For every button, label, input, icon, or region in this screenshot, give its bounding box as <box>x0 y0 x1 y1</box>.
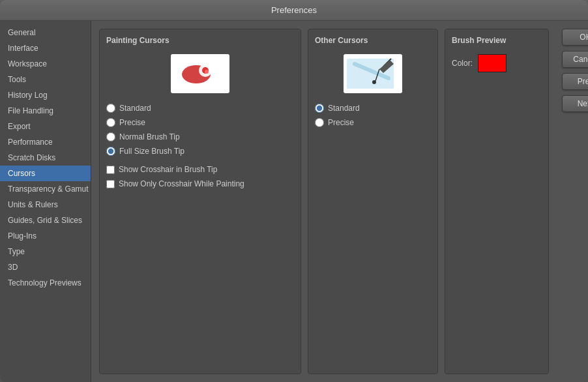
other-cursor-preview-svg <box>344 55 402 93</box>
sidebar-item-export[interactable]: Export <box>0 119 91 134</box>
sidebar-item-3d[interactable]: 3D <box>0 259 91 275</box>
oc-standard-item[interactable]: Standard <box>315 104 431 113</box>
pc-show-crosshair-checkbox[interactable] <box>106 166 115 174</box>
painting-cursors-panel: Painting Cursors Standard <box>99 29 301 374</box>
sidebar-item-guides-grid-slices[interactable]: Guides, Grid & Slices <box>0 213 91 228</box>
sidebar-item-file-handling[interactable]: File Handling <box>0 103 91 119</box>
pc-full-size-brush-tip-radio[interactable] <box>106 147 115 156</box>
pc-standard-label[interactable]: Standard <box>119 104 151 113</box>
painting-cursors-radio-group: Standard Precise Normal Brush Tip Full S… <box>106 104 294 156</box>
pc-show-only-crosshair-label[interactable]: Show Only Crosshair While Painting <box>119 179 244 188</box>
pc-show-crosshair-label[interactable]: Show Crosshair in Brush Tip <box>119 165 217 174</box>
oc-standard-radio[interactable] <box>315 104 324 113</box>
color-label: Color: <box>452 59 473 68</box>
sidebar-item-scratch-disks[interactable]: Scratch Disks <box>0 150 91 166</box>
other-cursors-radio-group: Standard Precise <box>315 104 431 127</box>
pc-precise-item[interactable]: Precise <box>106 118 294 127</box>
dialog-body: GeneralInterfaceWorkspaceToolsHistory Lo… <box>0 21 588 382</box>
sidebar-item-workspace[interactable]: Workspace <box>0 56 91 72</box>
title-bar: Preferences <box>0 0 588 21</box>
sidebar-item-type[interactable]: Type <box>0 244 91 259</box>
sidebar-item-transparency-gamut[interactable]: Transparency & Gamut <box>0 181 91 197</box>
color-swatch[interactable] <box>478 54 507 72</box>
sidebar-item-tools[interactable]: Tools <box>0 72 91 87</box>
main-content: Painting Cursors Standard <box>91 21 557 382</box>
dialog-title: Preferences <box>271 5 317 15</box>
pc-show-only-crosshair-item[interactable]: Show Only Crosshair While Painting <box>106 179 294 188</box>
oc-precise-radio[interactable] <box>315 118 324 127</box>
svg-point-3 <box>205 70 209 74</box>
brush-preview-color-row: Color: <box>452 54 542 72</box>
painting-cursors-checkbox-group: Show Crosshair in Brush Tip Show Only Cr… <box>106 165 294 188</box>
sidebar-item-history-log[interactable]: History Log <box>0 87 91 103</box>
pc-standard-radio[interactable] <box>106 104 115 113</box>
oc-precise-label[interactable]: Precise <box>328 118 354 127</box>
sidebar-item-technology-previews[interactable]: Technology Previews <box>0 275 91 291</box>
ok-button[interactable]: OK <box>562 29 588 46</box>
pc-precise-label[interactable]: Precise <box>119 118 145 127</box>
brush-preview-panel: Brush Preview Color: <box>445 29 549 374</box>
other-cursors-title: Other Cursors <box>315 36 431 45</box>
pc-show-crosshair-item[interactable]: Show Crosshair in Brush Tip <box>106 165 294 174</box>
pc-show-only-crosshair-checkbox[interactable] <box>106 180 115 188</box>
sidebar-item-units-rulers[interactable]: Units & Rulers <box>0 197 91 213</box>
pc-full-size-brush-tip-item[interactable]: Full Size Brush Tip <box>106 147 294 156</box>
sidebar-item-performance[interactable]: Performance <box>0 134 91 150</box>
oc-standard-label[interactable]: Standard <box>328 104 360 113</box>
sidebar-item-plug-ins[interactable]: Plug-Ins <box>0 228 91 244</box>
sidebar-item-interface[interactable]: Interface <box>0 40 91 56</box>
sidebar-item-general[interactable]: General <box>0 25 91 40</box>
pc-standard-item[interactable]: Standard <box>106 104 294 113</box>
other-cursor-preview <box>344 54 402 93</box>
other-cursors-panel: Other Cursors <box>308 29 438 374</box>
pc-full-size-brush-tip-label[interactable]: Full Size Brush Tip <box>119 147 184 156</box>
preferences-dialog: Preferences GeneralInterfaceWorkspaceToo… <box>0 0 588 382</box>
pc-normal-brush-tip-label[interactable]: Normal Brush Tip <box>119 132 180 141</box>
pc-precise-radio[interactable] <box>106 118 115 127</box>
pc-normal-brush-tip-item[interactable]: Normal Brush Tip <box>106 132 294 141</box>
button-panel: OK Cancel Prev Next <box>557 21 588 382</box>
painting-cursor-preview <box>171 54 229 93</box>
pc-normal-brush-tip-radio[interactable] <box>106 132 115 141</box>
oc-precise-item[interactable]: Precise <box>315 118 431 127</box>
painting-cursor-preview-svg <box>171 55 229 93</box>
svg-point-9 <box>372 80 376 84</box>
brush-preview-title: Brush Preview <box>452 36 542 45</box>
sidebar: GeneralInterfaceWorkspaceToolsHistory Lo… <box>0 21 91 382</box>
painting-cursors-title: Painting Cursors <box>106 36 294 45</box>
prev-button[interactable]: Prev <box>562 73 588 90</box>
cancel-button[interactable]: Cancel <box>562 51 588 68</box>
next-button[interactable]: Next <box>562 95 588 112</box>
sidebar-item-cursors[interactable]: Cursors <box>0 166 91 181</box>
